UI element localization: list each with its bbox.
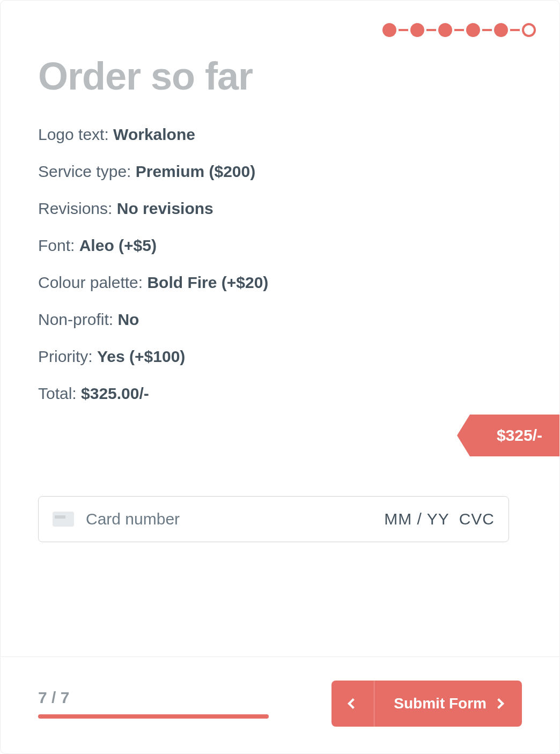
- chevron-right-icon: [493, 698, 504, 709]
- page-title: Order so far: [38, 54, 522, 98]
- summary-label: Font:: [38, 236, 79, 254]
- card-expiry-placeholder: MM / YY: [384, 510, 449, 528]
- content-area: Order so far Logo text: Workalone Servic…: [1, 1, 559, 656]
- summary-value: Yes (+$100): [97, 348, 185, 365]
- card-cvc-placeholder: CVC: [459, 510, 495, 528]
- summary-line-colour-palette: Colour palette: Bold Fire (+$20): [38, 272, 522, 293]
- progress-label: 7 / 7: [38, 689, 269, 707]
- summary-value: No: [117, 311, 139, 328]
- summary-label: Total:: [38, 385, 81, 402]
- summary-value: Premium ($200): [136, 162, 255, 180]
- summary-value: Workalone: [113, 125, 195, 143]
- nav-button-group: Submit Form: [331, 681, 522, 727]
- summary-value: Bold Fire (+$20): [147, 273, 268, 291]
- submit-button-label: Submit Form: [394, 695, 487, 712]
- submit-button[interactable]: Submit Form: [374, 681, 522, 727]
- summary-label: Service type:: [38, 162, 136, 180]
- summary-label: Priority:: [38, 348, 97, 365]
- price-tag-value: $325/-: [497, 426, 542, 445]
- order-summary-card: Order so far Logo text: Workalone Servic…: [0, 0, 560, 754]
- summary-line-service-type: Service type: Premium ($200): [38, 161, 522, 182]
- credit-card-icon: [53, 512, 74, 527]
- summary-label: Colour palette:: [38, 273, 147, 291]
- summary-label: Logo text:: [38, 125, 113, 143]
- card-number-placeholder: Card number: [86, 510, 384, 528]
- summary-value: Aleo (+$5): [79, 236, 157, 254]
- chevron-left-icon: [348, 698, 358, 709]
- summary-value: $325.00/-: [81, 385, 149, 402]
- summary-line-non-profit: Non-profit: No: [38, 309, 522, 330]
- progress-wrap: 7 / 7: [38, 689, 269, 719]
- summary-line-total: Total: $325.00/-: [38, 383, 522, 404]
- summary-line-revisions: Revisions: No revisions: [38, 198, 522, 219]
- card-number-input[interactable]: Card number MM / YY CVC: [38, 496, 509, 542]
- summary-label: Revisions:: [38, 199, 117, 217]
- prev-button[interactable]: [331, 681, 374, 727]
- summary-label: Non-profit:: [38, 311, 117, 328]
- footer: 7 / 7 Submit Form: [1, 656, 559, 753]
- progress-bar: [38, 714, 269, 719]
- summary-value: No revisions: [117, 199, 213, 217]
- summary-line-font: Font: Aleo (+$5): [38, 235, 522, 256]
- summary-line-logo-text: Logo text: Workalone: [38, 124, 522, 145]
- price-tag: $325/-: [470, 415, 559, 456]
- summary-line-priority: Priority: Yes (+$100): [38, 346, 522, 367]
